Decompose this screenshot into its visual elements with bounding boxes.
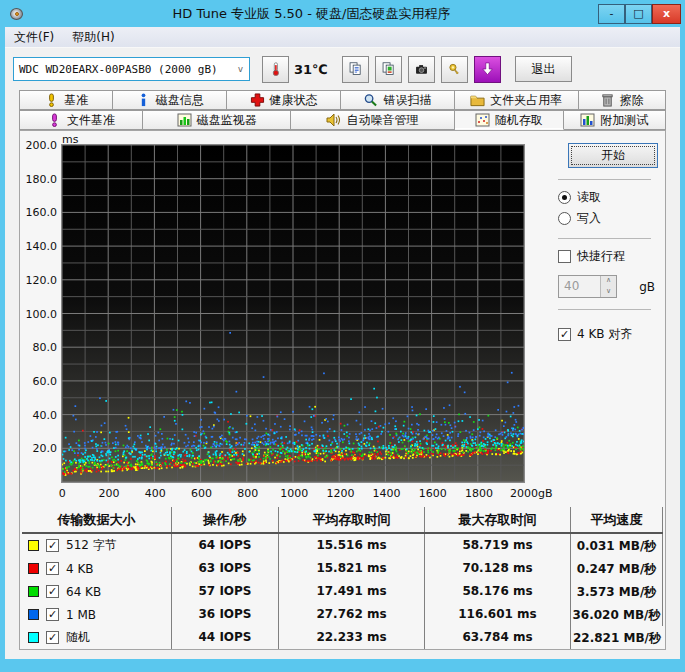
short-stroke-unit: gB <box>639 280 655 294</box>
x-tick-label: 1000 <box>280 487 308 500</box>
menu-bar: 文件(F) 帮助(H) <box>5 27 680 48</box>
drive-select[interactable]: WDC WD20EARX-00PASB0 (2000 gB) v <box>13 57 250 81</box>
maximize-button[interactable]: □ <box>625 4 652 24</box>
copy-image-button[interactable] <box>375 56 402 83</box>
tab-label: 错误扫描 <box>383 92 431 109</box>
tab-benchmark[interactable]: 基准 <box>19 90 113 110</box>
table-row-legend: ✓ 4 KB <box>22 557 172 580</box>
results-table: 传输数据大小 操作/秒 平均存取时间 最大存取时间 平均速度 ✓ 512 字节 … <box>22 507 663 649</box>
write-label: 写入 <box>577 210 601 227</box>
tab-erase[interactable]: 擦除 <box>579 90 666 110</box>
iops-cell: 57 IOPS <box>172 580 279 603</box>
menu-help[interactable]: 帮助(H) <box>63 27 123 48</box>
series-checkbox[interactable]: ✓ <box>46 562 59 575</box>
extra-tests-icon <box>580 113 595 127</box>
spinner-buttons[interactable]: ∧∨ <box>600 276 616 297</box>
series-checkbox[interactable]: ✓ <box>46 608 59 621</box>
close-button[interactable]: x <box>652 4 681 24</box>
avg-access-cell: 17.491 ms <box>279 580 425 603</box>
avg-speed-cell: 0.031 MB/秒 <box>571 534 663 557</box>
tab-extra-tests[interactable]: 附加测试 <box>564 110 666 130</box>
x-tick-label: 1400 <box>373 487 401 500</box>
tab-error-scan[interactable]: 错误扫描 <box>341 90 455 110</box>
avg-speed-cell: 0.247 MB/秒 <box>571 557 663 580</box>
y-tick-label: 40.0 <box>23 409 57 422</box>
tab-label: 自动噪音管理 <box>346 112 418 129</box>
hdtune-window: HD Tune 专业版 5.50 - 硬盘/固态硬盘实用程序 - □ x 文件(… <box>0 0 685 672</box>
screenshot-button[interactable] <box>408 56 435 83</box>
drive-select-value: WDC WD20EARX-00PASB0 (2000 gB) <box>14 63 232 76</box>
copy-text-button[interactable] <box>342 56 369 83</box>
x-tick-label: 1600 <box>419 487 447 500</box>
iops-cell: 44 IOPS <box>172 626 279 649</box>
x-tick-label: 1800 <box>465 487 493 500</box>
thermometer-icon <box>268 62 283 76</box>
y-tick-label: 200.0 <box>23 139 57 152</box>
spin-up-icon: ∧ <box>601 276 616 287</box>
speaker-icon <box>326 113 341 127</box>
toolbar: WDC WD20EARX-00PASB0 (2000 gB) v 31℃ <box>5 48 680 90</box>
avg-speed-cell: 3.573 MB/秒 <box>571 580 663 603</box>
title-bar: HD Tune 专业版 5.50 - 硬盘/固态硬盘实用程序 - □ x <box>0 0 685 27</box>
copy-text-icon <box>348 62 363 76</box>
latency-chart: ms 200.0180.0160.0140.0120.0100.080.060.… <box>20 131 542 503</box>
avg-speed-cell: 22.821 MB/秒 <box>571 626 663 649</box>
table-row-legend: ✓ 1 MB <box>22 603 172 626</box>
tab-aam[interactable]: 自动噪音管理 <box>291 110 454 130</box>
tab-health[interactable]: 健康状态 <box>227 90 341 110</box>
iops-cell: 64 IOPS <box>172 534 279 557</box>
y-tick-label: 60.0 <box>23 375 57 388</box>
short-stroke-size-input[interactable]: 40 ∧∨ <box>558 275 617 298</box>
series-color-swatch <box>28 540 39 551</box>
write-radio[interactable]: 写入 <box>558 210 655 227</box>
col-header: 平均存取时间 <box>279 507 425 532</box>
series-checkbox[interactable]: ✓ <box>46 631 59 644</box>
radio-icon <box>558 191 571 204</box>
options-button[interactable] <box>441 56 468 83</box>
tab-file-benchmark[interactable]: 文件基准 <box>19 110 143 130</box>
y-tick-label: 80.0 <box>23 341 57 354</box>
tab-label: 磁盘信息 <box>156 92 204 109</box>
checkbox-icon: ✓ <box>558 328 571 341</box>
benchmark-icon <box>44 93 59 107</box>
max-access-cell: 58.176 ms <box>425 580 571 603</box>
update-button[interactable] <box>474 56 501 83</box>
tab-disk-info[interactable]: 磁盘信息 <box>113 90 227 110</box>
col-header: 操作/秒 <box>172 507 279 532</box>
temperature-button[interactable] <box>262 56 289 83</box>
options-icon <box>447 62 462 76</box>
menu-file[interactable]: 文件(F) <box>5 27 63 48</box>
short-stroke-checkbox[interactable]: 快捷行程 <box>558 248 655 265</box>
camera-icon <box>414 62 429 76</box>
align-4kb-checkbox[interactable]: ✓ 4 KB 对齐 <box>558 326 655 343</box>
series-checkbox[interactable]: ✓ <box>46 585 59 598</box>
series-label: 随机 <box>66 629 90 646</box>
series-color-swatch <box>28 586 39 597</box>
tab-folder-usage[interactable]: 文件夹占用率 <box>455 90 579 110</box>
series-label: 4 KB <box>66 562 94 576</box>
col-header: 平均速度 <box>571 507 663 532</box>
tab-label: 磁盘监视器 <box>197 112 257 129</box>
series-color-swatch <box>28 563 39 574</box>
tab-disk-monitor[interactable]: 磁盘监视器 <box>143 110 291 130</box>
read-radio[interactable]: 读取 <box>558 189 655 206</box>
tab-label: 随机存取 <box>495 112 543 129</box>
tab-label: 健康状态 <box>270 92 318 109</box>
app-disk-icon <box>9 6 25 22</box>
max-access-cell: 70.128 ms <box>425 557 571 580</box>
minimize-button[interactable]: - <box>598 4 625 24</box>
magnifier-icon <box>363 93 378 107</box>
read-label: 读取 <box>577 189 601 206</box>
col-header: 最大存取时间 <box>425 507 571 532</box>
exit-button[interactable]: 退出 <box>515 56 572 82</box>
tab-label: 基准 <box>64 92 88 109</box>
avg-access-cell: 22.233 ms <box>279 626 425 649</box>
tab-random-access[interactable]: 随机存取 <box>455 110 564 130</box>
disk-monitor-icon <box>177 113 192 127</box>
max-access-cell: 58.719 ms <box>425 534 571 557</box>
series-label: 1 MB <box>66 608 96 622</box>
start-button[interactable]: 开始 <box>568 143 658 168</box>
spin-down-icon: ∨ <box>601 287 616 298</box>
temperature-value: 31℃ <box>294 62 328 77</box>
series-checkbox[interactable]: ✓ <box>46 539 59 552</box>
